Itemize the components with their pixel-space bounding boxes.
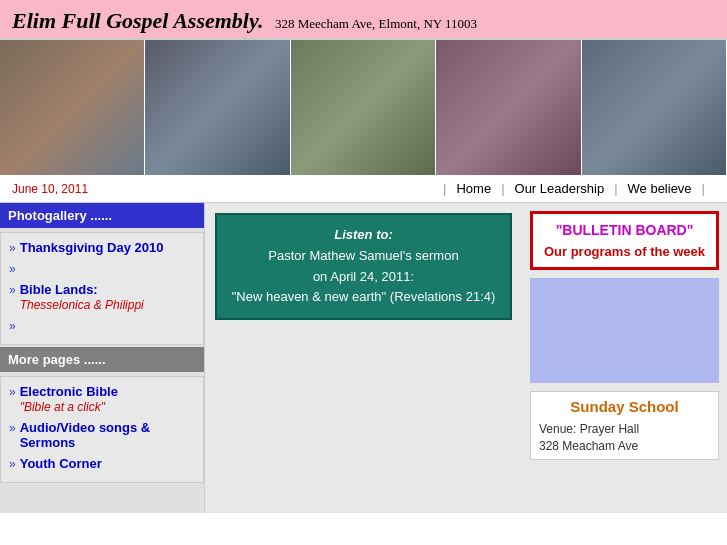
nav-home[interactable]: Home — [456, 181, 491, 196]
banner — [0, 40, 727, 175]
banner-col-1 — [0, 40, 145, 175]
banner-image-5 — [582, 40, 726, 175]
sidebar-item-bible-lands: » Bible Lands: Thesselonica & Philippi — [9, 279, 195, 315]
banner-col-4 — [436, 40, 581, 175]
nav-date: June 10, 2011 — [12, 182, 433, 196]
venue-label: Venue: Prayer Hall — [539, 422, 639, 436]
thanksgiving-link[interactable]: Thanksgiving Day 2010 — [20, 240, 164, 255]
audio-link[interactable]: Audio/Video songs & Sermons — [20, 420, 195, 450]
church-name-text: Elim Full Gospel Assembly. — [12, 8, 263, 33]
arrow-icon-4: » — [9, 319, 16, 333]
sidebar-item-empty-2: » — [9, 315, 195, 336]
sidebar-item-audio: » Audio/Video songs & Sermons — [9, 417, 195, 453]
bulletin-subtitle: Our programs of the week — [541, 244, 708, 259]
bible-lands-link[interactable]: Bible Lands: — [20, 282, 98, 297]
sunday-school-box: Sunday School Venue: Prayer Hall 328 Mea… — [530, 391, 719, 460]
thesselonica-link[interactable]: Thesselonica & Philippi — [20, 298, 144, 312]
blue-image-placeholder — [530, 278, 719, 383]
right-panel: "BULLETIN BOARD" Our programs of the wee… — [522, 203, 727, 513]
audio-line1: Pastor Mathew Samuel's sermon — [231, 246, 496, 267]
bulletin-title: "BULLETIN BOARD" — [541, 222, 708, 238]
audio-line2: on April 24, 2011: — [231, 267, 496, 288]
ebible-text: Electronic Bible "Bible at a click" — [20, 384, 118, 414]
corner-text: Corner — [59, 456, 102, 471]
sidebar-item-thanksgiving: » Thanksgiving Day 2010 — [9, 237, 195, 258]
banner-image-4 — [436, 40, 580, 175]
church-address: 328 Meecham Ave, Elmont, NY 11003 — [275, 16, 477, 31]
arrow-icon-5: » — [9, 385, 16, 399]
nav-believe[interactable]: We believe — [628, 181, 692, 196]
arrow-icon-7: » — [9, 457, 16, 471]
ebible-link[interactable]: Electronic Bible — [20, 384, 118, 399]
main-content: Photogallery ...... » Thanksgiving Day 2… — [0, 203, 727, 513]
header: Elim Full Gospel Assembly. 328 Meecham A… — [0, 0, 727, 40]
sidebar-item-ebible: » Electronic Bible "Bible at a click" — [9, 381, 195, 417]
nav-leadership[interactable]: Our Leadership — [515, 181, 605, 196]
banner-image-3 — [291, 40, 435, 175]
sidebar: Photogallery ...... » Thanksgiving Day 2… — [0, 203, 205, 513]
audio-box: Listen to: Pastor Mathew Samuel's sermon… — [215, 213, 512, 320]
sidebar-item-empty-1: » — [9, 258, 195, 279]
listen-label: Listen to: — [231, 225, 496, 246]
sunday-school-title: Sunday School — [531, 392, 718, 419]
center-content: Listen to: Pastor Mathew Samuel's sermon… — [205, 203, 522, 513]
nav-sep-1: | — [443, 181, 446, 196]
arrow-icon-6: » — [9, 421, 16, 435]
sunday-address: 328 Meacham Ave — [539, 439, 638, 453]
more-pages-section: » Electronic Bible "Bible at a click" » … — [0, 376, 204, 483]
bulletin-board: "BULLETIN BOARD" Our programs of the wee… — [530, 211, 719, 270]
banner-col-3 — [291, 40, 436, 175]
sidebar-item-youth: » Youth Corner — [9, 453, 195, 474]
banner-col-5 — [582, 40, 727, 175]
photogallery-header: Photogallery ...... — [0, 203, 204, 228]
nav-sep-4: | — [702, 181, 705, 196]
banner-col-2 — [145, 40, 290, 175]
photogallery-section: » Thanksgiving Day 2010 » » Bible Lands:… — [0, 232, 204, 345]
arrow-icon-3: » — [9, 283, 16, 297]
banner-image-2 — [145, 40, 289, 175]
banner-image-1 — [0, 40, 144, 175]
nav-links: | Home | Our Leadership | We believe | — [433, 181, 715, 196]
nav-sep-2: | — [501, 181, 504, 196]
bible-lands-label: Bible Lands: Thesselonica & Philippi — [20, 282, 144, 312]
navbar: June 10, 2011 | Home | Our Leadership | … — [0, 175, 727, 203]
bible-click-link[interactable]: "Bible at a click" — [20, 400, 105, 414]
audio-line3: "New heaven & new earth" (Revelations 21… — [231, 287, 496, 308]
arrow-icon-2: » — [9, 262, 16, 276]
nav-sep-3: | — [614, 181, 617, 196]
sunday-school-details: Venue: Prayer Hall 328 Meacham Ave — [531, 419, 718, 459]
more-pages-header: More pages ...... — [0, 347, 204, 372]
arrow-icon-1: » — [9, 241, 16, 255]
church-name: Elim Full Gospel Assembly. 328 Meecham A… — [12, 8, 477, 33]
youth-link[interactable]: Youth Corner — [20, 456, 102, 471]
